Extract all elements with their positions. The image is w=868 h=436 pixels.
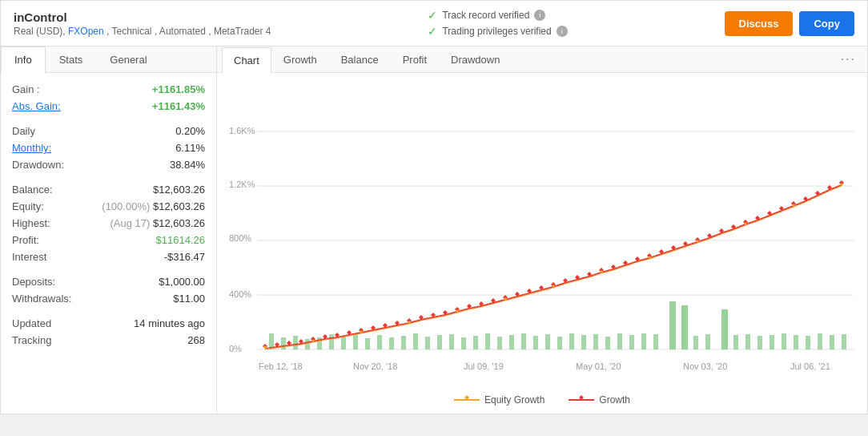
svg-rect-50 [641,333,646,349]
svg-rect-49 [721,309,728,349]
tab-info[interactable]: Info [1,46,46,73]
right-tabs: Chart Growth Balance Profit Drawdown ··· [217,46,867,73]
copy-button[interactable]: Copy [799,11,854,36]
abs-gain-row: Abs. Gain: +1161.43% [12,98,205,115]
left-panel: Info Stats General Gain : +1161.85% Abs.… [1,46,217,414]
svg-rect-60 [806,336,810,349]
svg-rect-53 [705,334,710,349]
chart-area: 0% 400% 800% 1.2K% 1.6K% Feb 12, '18 Nov… [217,73,867,414]
deposits-label: Deposits: [12,276,55,288]
svg-rect-43 [593,334,598,349]
equity-pct: (100.00%) [102,200,150,212]
svg-rect-46 [629,335,634,349]
legend-equity-growth: Equity Growth [454,394,545,406]
equity-label: Equity: [12,200,44,212]
svg-rect-22 [341,337,346,349]
highest-value: (Aug 17) $12,603.26 [110,217,205,229]
trading-privileges-info-icon[interactable]: i [557,26,568,37]
svg-rect-44 [605,337,610,349]
track-record-info-icon[interactable]: i [534,10,545,21]
gain-label: Gain : [12,83,40,95]
svg-text:1.6K%: 1.6K% [229,126,255,135]
svg-text:Jul 09, '19: Jul 09, '19 [464,361,504,371]
svg-rect-58 [782,333,786,349]
app-title: inControl [14,10,271,24]
svg-text:Nov 03, '20: Nov 03, '20 [683,361,727,371]
svg-rect-42 [581,335,586,349]
svg-text:0%: 0% [229,344,242,353]
tab-stats[interactable]: Stats [46,46,97,72]
equity-row: Equity: (100.00%) $12,603.26 [12,198,205,215]
tab-growth[interactable]: Growth [271,46,329,72]
svg-rect-31 [449,334,454,349]
svg-rect-47 [669,301,676,349]
stats-section: Gain : +1161.85% Abs. Gain: +1161.43% Da… [1,73,216,357]
balance-row: Balance: $12,603.26 [12,181,205,198]
svg-rect-37 [521,333,526,349]
app-subtitle: Real (USD), FXOpen , Technical , Automat… [14,26,271,37]
updated-row: Updated 14 minutes ago [12,315,205,332]
withdrawals-label: Withdrawals: [12,293,71,305]
tab-general[interactable]: General [96,46,160,72]
tab-balance[interactable]: Balance [329,46,391,72]
monthly-label[interactable]: Monthly: [12,142,51,154]
updated-value: 14 minutes ago [134,317,205,329]
svg-rect-59 [794,335,798,349]
tabs-more-button[interactable]: ··· [834,49,862,70]
tab-drawdown[interactable]: Drawdown [439,46,512,72]
app-header-left: inControl Real (USD), FXOpen , Technical… [14,10,271,37]
profit-label: Profit: [12,234,39,246]
svg-rect-54 [733,335,738,349]
highest-amount: $12,603.26 [153,217,205,229]
svg-rect-27 [401,336,406,349]
drawdown-label: Drawdown: [12,159,64,171]
abs-gain-label[interactable]: Abs. Gain: [12,100,61,112]
daily-label: Daily [12,125,35,137]
svg-rect-57 [770,335,774,349]
highest-label: Highest: [12,217,50,229]
svg-rect-56 [757,336,762,349]
svg-rect-35 [497,337,502,349]
monthly-value: 6.11% [175,142,205,154]
track-record-verify: ✓ Track record verified i [428,9,567,22]
drawdown-row: Drawdown: 38.84% [12,156,205,173]
withdrawals-value: $11.00 [173,293,205,305]
svg-rect-39 [545,334,550,349]
svg-rect-48 [681,305,688,349]
legend-equity-label: Equity Growth [484,394,545,406]
svg-rect-26 [389,337,394,349]
tracking-label: Tracking [12,334,51,346]
legend-growth-label: Growth [599,394,630,406]
drawdown-value: 38.84% [170,159,205,171]
legend-growth: Growth [569,394,630,406]
svg-rect-36 [509,335,514,349]
svg-rect-23 [353,333,358,349]
discuss-button[interactable]: Discuss [725,11,794,36]
svg-rect-32 [461,337,466,349]
svg-rect-51 [653,334,658,349]
highest-note: (Aug 17) [110,217,150,229]
fxopen-link[interactable]: FXOpen [68,26,104,37]
left-tabs: Info Stats General [1,46,216,73]
svg-rect-61 [818,333,822,349]
svg-text:1.2K%: 1.2K% [229,180,255,189]
updated-label: Updated [12,317,51,329]
abs-gain-value: +1161.43% [152,100,205,112]
monthly-row: Monthly: 6.11% [12,139,205,156]
withdrawals-row: Withdrawals: $11.00 [12,290,205,307]
highest-row: Highest: (Aug 17) $12,603.26 [12,215,205,232]
checkmark-icon: ✓ [428,9,437,22]
tab-chart[interactable]: Chart [222,47,271,73]
track-record-label: Track record verified [442,10,529,21]
svg-rect-18 [293,336,298,349]
svg-rect-29 [425,337,430,349]
svg-text:Jul 06, '21: Jul 06, '21 [790,361,830,371]
equity-amount: $12,603.26 [153,200,205,212]
svg-text:400%: 400% [229,289,251,299]
profit-value: $11614.26 [156,234,205,246]
tab-profit[interactable]: Profit [391,46,439,72]
balance-value: $12,603.26 [153,184,205,196]
balance-label: Balance: [12,184,53,196]
verification-section: ✓ Track record verified i ✓ Trading priv… [428,9,567,38]
profit-row: Profit: $11614.26 [12,232,205,248]
